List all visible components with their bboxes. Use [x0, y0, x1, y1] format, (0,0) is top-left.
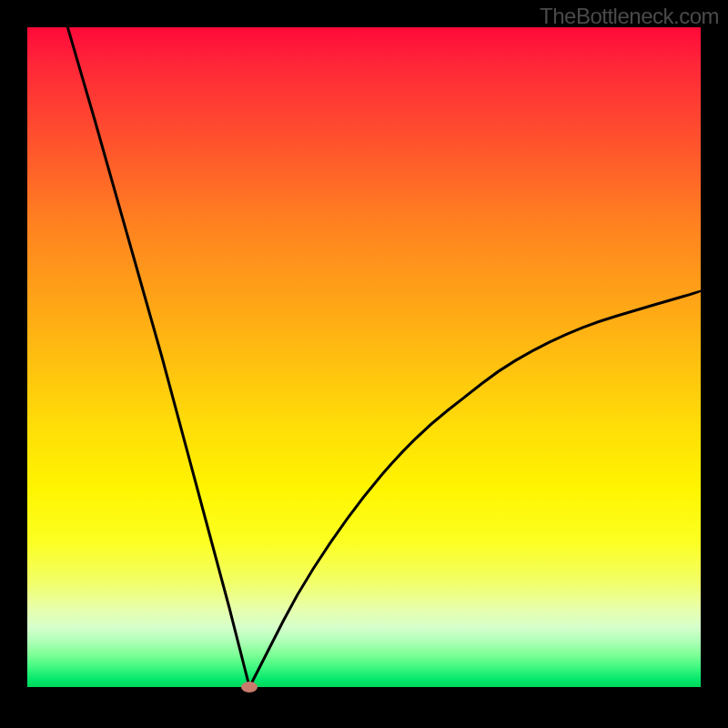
attribution-watermark: TheBottleneck.com [540, 4, 719, 29]
optimum-marker [241, 682, 258, 693]
plot-area [27, 27, 701, 701]
chart-frame [27, 27, 701, 701]
background-gradient [27, 27, 701, 687]
